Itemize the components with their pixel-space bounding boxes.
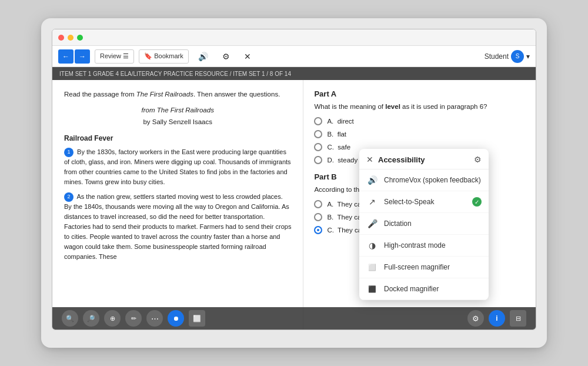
acc-title: Accessibility [378,155,425,164]
zoom-out-button[interactable]: 🔍 [62,310,78,327]
option-b[interactable]: B. flat [314,130,525,138]
radio-b-c[interactable] [314,226,322,234]
radio-b-b[interactable] [314,213,322,221]
para-num-1: 1 [64,148,74,157]
acc-active-check: ✓ [472,197,482,207]
view-button[interactable]: ⬜ [189,310,205,327]
acc-header-left: ✕ Accessibility [366,155,425,164]
bottom-left-tools: 🔍 🔎 ⊕ ✏ ⋯ ⏺ ⬜ [62,310,205,327]
title-bar [52,29,536,46]
radio-c[interactable] [314,143,322,151]
acc-close-button[interactable]: ✕ [366,155,373,164]
settings-icon-toolbar[interactable]: ⚙ [218,49,235,64]
zoom-in-button[interactable]: 🔎 [83,310,99,327]
laptop: ← → Review ☰ 🔖 Bookmark 🔊 ⚙ ✕ Student S … [41,18,547,348]
traffic-light-yellow[interactable] [68,35,74,41]
settings-button[interactable]: ⚙ [467,310,484,327]
para-num-2: 2 [64,192,74,202]
fullscreen-magnifier-label: Full-screen magnifier [384,263,482,271]
chromevox-label: ChromeVox (spoken feedback) [384,176,482,184]
bookmark-button[interactable]: 🔖 Bookmark [139,49,189,64]
magnify-button[interactable]: ⊕ [104,310,121,327]
forward-button[interactable]: → [75,49,90,64]
part-a-label: Part A [314,89,525,98]
acc-item-chromevox[interactable]: 🔊 ChromeVox (spoken feedback) [359,169,489,191]
back-button[interactable]: ← [58,49,74,64]
passage-author: by Sally Senzell Isaacs [64,117,291,127]
acc-header: ✕ Accessibility ⚙ [359,149,489,169]
pencil-button[interactable]: ✏ [125,310,142,327]
breadcrumb-text: ITEM SET 1 GRADE 4 ELA/LITERACY PRACTICE… [59,71,291,77]
acc-item-high-contrast[interactable]: ◑ High-contrast mode [359,235,489,257]
main-content: Read the passage from The First Railroad… [52,80,536,330]
nav-buttons: ← → [58,49,90,64]
dictation-icon: 🎤 [366,218,378,229]
more-tools-button[interactable]: ⋯ [146,310,163,327]
radio-b-a[interactable] [314,200,322,208]
option-b-label: B. flat [327,131,346,138]
option-a[interactable]: A. direct [314,117,525,125]
traffic-light-red[interactable] [58,35,64,41]
radio-b[interactable] [314,130,322,138]
review-button[interactable]: Review ☰ [95,49,134,64]
passage-source: from The First Railroads [64,105,291,115]
dropdown-icon[interactable]: ▾ [526,52,530,61]
docked-magnifier-label: Docked magnifier [384,285,482,293]
docked-magnifier-icon: ⬛ [366,283,378,295]
speaker-button[interactable]: 🔊 [193,49,213,64]
laptop-screen: ← → Review ☰ 🔖 Bookmark 🔊 ⚙ ✕ Student S … [52,29,536,330]
record-button[interactable]: ⏺ [168,310,184,327]
breadcrumb: ITEM SET 1 GRADE 4 ELA/LITERACY PRACTICE… [52,67,536,80]
option-a-label: A. direct [327,118,353,125]
acc-item-select-to-speak[interactable]: ↗ Select-to-Speak ✓ [359,191,489,213]
passage-paragraph-2: 2 As the nation grew, settlers started m… [64,192,291,262]
acc-gear-button[interactable]: ⚙ [474,155,482,164]
app-toolbar: ← → Review ☰ 🔖 Bookmark 🔊 ⚙ ✕ Student S … [52,46,536,67]
accessibility-panel: ✕ Accessibility ⚙ 🔊 ChromeVox (spoken fe… [359,149,489,300]
radio-a[interactable] [314,117,322,125]
bottom-right-tools: ⚙ i ⊟ [467,310,526,327]
acc-item-fullscreen-magnifier[interactable]: ⬜ Full-screen magnifier [359,257,489,278]
passage-pane: Read the passage from The First Railroad… [52,80,303,330]
option-c-label: C. safe [327,144,350,151]
avatar: S [511,50,524,63]
dictation-label: Dictation [384,219,482,228]
passage-prompt: Read the passage from The First Railroad… [64,89,291,99]
layout-button[interactable]: ⊟ [510,310,526,327]
bottom-toolbar: 🔍 🔎 ⊕ ✏ ⋯ ⏺ ⬜ ⚙ i ⊟ [52,307,536,330]
passage-paragraph-1: 1 By the 1830s, factory workers in the E… [64,147,291,187]
info-button[interactable]: i [489,310,505,327]
select-to-speak-icon: ↗ [366,196,378,208]
student-area: Student S ▾ [485,50,530,63]
radio-d[interactable] [314,156,322,164]
acc-item-dictation[interactable]: 🎤 Dictation [359,213,489,235]
acc-item-docked-magnifier[interactable]: ⬛ Docked magnifier [359,278,489,300]
student-label: Student [485,52,509,61]
fullscreen-magnifier-icon: ⬜ [366,261,378,273]
option-d-label: D. steady [327,157,358,164]
passage-section-title: Railroad Fever [64,133,291,144]
part-a-question: What is the meaning of level as it is us… [314,102,525,111]
chromevox-icon: 🔊 [366,174,378,186]
high-contrast-label: High-contrast mode [384,241,482,249]
high-contrast-icon: ◑ [366,239,378,251]
close-toolbar-button[interactable]: ✕ [239,49,256,64]
traffic-light-green[interactable] [77,35,83,41]
select-to-speak-label: Select-to-Speak [384,198,466,206]
